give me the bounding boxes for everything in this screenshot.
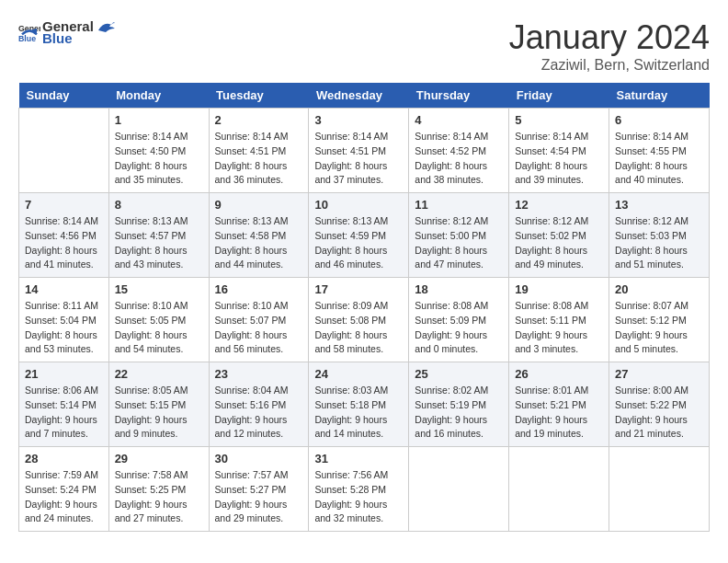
day-number: 4 <box>415 113 503 127</box>
calendar-cell: 31 Sunrise: 7:56 AMSunset: 5:28 PMDaylig… <box>309 447 409 532</box>
calendar-cell: 17 Sunrise: 8:09 AMSunset: 5:08 PMDaylig… <box>309 278 409 362</box>
calendar-cell: 15 Sunrise: 8:10 AMSunset: 5:05 PMDaylig… <box>108 278 209 362</box>
day-info: Sunrise: 8:05 AMSunset: 5:15 PMDaylight:… <box>115 384 203 442</box>
day-number: 6 <box>615 113 703 127</box>
calendar-cell: 4 Sunrise: 8:14 AMSunset: 4:52 PMDayligh… <box>409 109 509 193</box>
calendar-cell: 6 Sunrise: 8:14 AMSunset: 4:55 PMDayligh… <box>609 109 710 193</box>
calendar-cell: 26 Sunrise: 8:01 AMSunset: 5:21 PMDaylig… <box>509 362 609 447</box>
calendar-cell: 19 Sunrise: 8:08 AMSunset: 5:11 PMDaylig… <box>509 278 609 362</box>
day-number: 30 <box>215 452 303 465</box>
calendar-cell <box>19 109 109 193</box>
calendar-cell: 5 Sunrise: 8:14 AMSunset: 4:54 PMDayligh… <box>509 109 609 193</box>
header-row: SundayMondayTuesdayWednesdayThursdayFrid… <box>19 83 710 109</box>
day-number: 3 <box>314 113 403 127</box>
day-info: Sunrise: 8:09 AMSunset: 5:08 PMDaylight:… <box>314 299 403 357</box>
day-info: Sunrise: 8:12 AMSunset: 5:02 PMDaylight:… <box>515 214 603 272</box>
day-number: 19 <box>515 282 603 296</box>
calendar-cell: 13 Sunrise: 8:12 AMSunset: 5:03 PMDaylig… <box>609 193 710 278</box>
day-info: Sunrise: 8:14 AMSunset: 4:55 PMDaylight:… <box>615 130 703 188</box>
col-header-sunday: Sunday <box>19 83 109 109</box>
calendar-cell: 20 Sunrise: 8:07 AMSunset: 5:12 PMDaylig… <box>609 278 710 362</box>
day-info: Sunrise: 7:57 AMSunset: 5:27 PMDaylight:… <box>215 468 303 526</box>
day-info: Sunrise: 8:14 AMSunset: 4:51 PMDaylight:… <box>314 130 403 188</box>
calendar-cell: 2 Sunrise: 8:14 AMSunset: 4:51 PMDayligh… <box>209 109 309 193</box>
day-info: Sunrise: 8:14 AMSunset: 4:50 PMDaylight:… <box>115 130 203 188</box>
calendar-cell <box>609 447 710 532</box>
calendar-cell <box>409 447 509 532</box>
day-info: Sunrise: 8:13 AMSunset: 4:59 PMDaylight:… <box>314 214 403 272</box>
month-title: January 2024 <box>509 18 710 57</box>
day-number: 24 <box>314 367 403 381</box>
calendar-cell: 14 Sunrise: 8:11 AMSunset: 5:04 PMDaylig… <box>19 278 109 362</box>
calendar-table: SundayMondayTuesdayWednesdayThursdayFrid… <box>18 83 710 532</box>
col-header-tuesday: Tuesday <box>209 83 309 109</box>
day-info: Sunrise: 8:14 AMSunset: 4:51 PMDaylight:… <box>215 130 303 188</box>
col-header-thursday: Thursday <box>409 83 509 109</box>
calendar-cell: 11 Sunrise: 8:12 AMSunset: 5:00 PMDaylig… <box>409 193 509 278</box>
col-header-saturday: Saturday <box>609 83 710 109</box>
col-header-friday: Friday <box>509 83 609 109</box>
day-number: 17 <box>314 282 403 296</box>
day-info: Sunrise: 8:12 AMSunset: 5:00 PMDaylight:… <box>415 214 503 272</box>
calendar-cell: 10 Sunrise: 8:13 AMSunset: 4:59 PMDaylig… <box>309 193 409 278</box>
calendar-cell: 24 Sunrise: 8:03 AMSunset: 5:18 PMDaylig… <box>309 362 409 447</box>
day-number: 11 <box>415 198 503 212</box>
calendar-cell: 18 Sunrise: 8:08 AMSunset: 5:09 PMDaylig… <box>409 278 509 362</box>
day-info: Sunrise: 8:14 AMSunset: 4:54 PMDaylight:… <box>515 130 603 188</box>
calendar-cell: 1 Sunrise: 8:14 AMSunset: 4:50 PMDayligh… <box>108 109 209 193</box>
day-number: 1 <box>115 113 203 127</box>
day-number: 12 <box>515 198 603 212</box>
day-info: Sunrise: 8:13 AMSunset: 4:57 PMDaylight:… <box>115 214 203 272</box>
day-info: Sunrise: 8:12 AMSunset: 5:03 PMDaylight:… <box>615 214 703 272</box>
day-info: Sunrise: 7:56 AMSunset: 5:28 PMDaylight:… <box>314 468 403 526</box>
calendar-cell: 25 Sunrise: 8:02 AMSunset: 5:19 PMDaylig… <box>409 362 509 447</box>
day-info: Sunrise: 8:10 AMSunset: 5:05 PMDaylight:… <box>115 299 203 357</box>
calendar-cell: 28 Sunrise: 7:59 AMSunset: 5:24 PMDaylig… <box>19 447 109 532</box>
day-info: Sunrise: 8:01 AMSunset: 5:21 PMDaylight:… <box>515 384 603 442</box>
svg-text:Blue: Blue <box>18 34 36 43</box>
calendar-cell <box>509 447 609 532</box>
day-number: 18 <box>415 282 503 296</box>
day-info: Sunrise: 8:03 AMSunset: 5:18 PMDaylight:… <box>314 384 403 442</box>
day-number: 26 <box>515 367 603 381</box>
location-title: Zaziwil, Bern, Switzerland <box>509 57 710 74</box>
day-info: Sunrise: 8:11 AMSunset: 5:04 PMDaylight:… <box>25 299 103 357</box>
day-info: Sunrise: 8:02 AMSunset: 5:19 PMDaylight:… <box>415 384 503 442</box>
day-info: Sunrise: 8:07 AMSunset: 5:12 PMDaylight:… <box>615 299 703 357</box>
calendar-week-4: 21 Sunrise: 8:06 AMSunset: 5:14 PMDaylig… <box>19 362 710 447</box>
day-number: 15 <box>115 282 203 296</box>
day-number: 22 <box>115 367 203 381</box>
day-number: 23 <box>215 367 303 381</box>
calendar-week-5: 28 Sunrise: 7:59 AMSunset: 5:24 PMDaylig… <box>19 447 710 532</box>
day-number: 27 <box>615 367 703 381</box>
day-info: Sunrise: 8:14 AMSunset: 4:56 PMDaylight:… <box>25 214 103 272</box>
day-info: Sunrise: 8:13 AMSunset: 4:58 PMDaylight:… <box>215 214 303 272</box>
day-number: 21 <box>25 367 103 381</box>
day-number: 29 <box>115 452 203 465</box>
calendar-cell: 7 Sunrise: 8:14 AMSunset: 4:56 PMDayligh… <box>19 193 109 278</box>
title-area: January 2024 Zaziwil, Bern, Switzerland <box>509 18 710 74</box>
calendar-cell: 9 Sunrise: 8:13 AMSunset: 4:58 PMDayligh… <box>209 193 309 278</box>
col-header-monday: Monday <box>108 83 209 109</box>
header: General Blue General Blue January 2024 Z… <box>18 18 710 74</box>
calendar-cell: 8 Sunrise: 8:13 AMSunset: 4:57 PMDayligh… <box>108 193 209 278</box>
day-number: 10 <box>314 198 403 212</box>
day-number: 14 <box>25 282 103 296</box>
day-number: 8 <box>115 198 203 212</box>
calendar-week-3: 14 Sunrise: 8:11 AMSunset: 5:04 PMDaylig… <box>19 278 710 362</box>
day-number: 7 <box>25 198 103 212</box>
calendar-cell: 23 Sunrise: 8:04 AMSunset: 5:16 PMDaylig… <box>209 362 309 447</box>
day-number: 20 <box>615 282 703 296</box>
day-info: Sunrise: 8:04 AMSunset: 5:16 PMDaylight:… <box>215 384 303 442</box>
calendar-cell: 3 Sunrise: 8:14 AMSunset: 4:51 PMDayligh… <box>309 109 409 193</box>
calendar-cell: 29 Sunrise: 7:58 AMSunset: 5:25 PMDaylig… <box>108 447 209 532</box>
calendar-cell: 22 Sunrise: 8:05 AMSunset: 5:15 PMDaylig… <box>108 362 209 447</box>
logo-icon: General Blue <box>18 21 40 43</box>
day-info: Sunrise: 8:08 AMSunset: 5:09 PMDaylight:… <box>415 299 503 357</box>
calendar-week-2: 7 Sunrise: 8:14 AMSunset: 4:56 PMDayligh… <box>19 193 710 278</box>
calendar-week-1: 1 Sunrise: 8:14 AMSunset: 4:50 PMDayligh… <box>19 109 710 193</box>
day-info: Sunrise: 8:06 AMSunset: 5:14 PMDaylight:… <box>25 384 103 442</box>
day-number: 31 <box>314 452 403 465</box>
day-info: Sunrise: 7:59 AMSunset: 5:24 PMDaylight:… <box>25 468 103 526</box>
day-info: Sunrise: 8:08 AMSunset: 5:11 PMDaylight:… <box>515 299 603 357</box>
